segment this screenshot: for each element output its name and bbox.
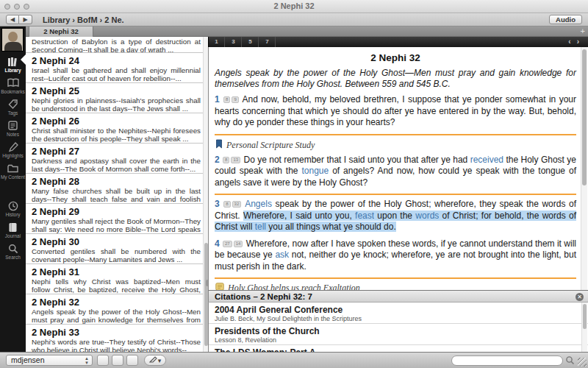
annotation-text: Personal Scripture Study bbox=[226, 140, 315, 151]
library-selection-arrow-icon bbox=[21, 54, 26, 65]
sidebar-item-highlights[interactable]: Highlights bbox=[0, 141, 26, 158]
forward-button[interactable]: ▶ bbox=[19, 15, 32, 24]
verse-nav-7[interactable]: 7 bbox=[259, 37, 276, 47]
citation-item[interactable]: 2004 April General ConferenceJulie B. Be… bbox=[209, 302, 588, 324]
user-account-select[interactable]: mdjensen ▲▼ bbox=[6, 355, 93, 366]
verse-number[interactable]: 3 bbox=[215, 199, 223, 209]
scripture-link[interactable]: tongue bbox=[301, 166, 329, 176]
scripture-link[interactable]: tell bbox=[255, 222, 266, 232]
window-title: 2 Nephi 32 bbox=[0, 1, 588, 10]
annotation-label[interactable]: Personal Scripture Study bbox=[215, 139, 576, 152]
chapter-list-item-2-nephi-32[interactable]: 2 Nephi 32Angels speak by the power of t… bbox=[26, 294, 208, 325]
chapter-list-item[interactable]: Destruction of Babylon is a type of dest… bbox=[26, 37, 208, 53]
notes-icon bbox=[8, 120, 18, 131]
chapter-list-item-2-nephi-33[interactable]: 2 Nephi 33Nephi's words are true--They t… bbox=[26, 325, 208, 352]
highlighted-text: you all things what ye should do. bbox=[266, 222, 396, 232]
scripture-link[interactable]: words bbox=[415, 210, 439, 221]
sidebar-item-label: Highlights bbox=[2, 153, 24, 158]
chapter-list-item-2-nephi-29[interactable]: 2 Nephi 29Many gentiles shall reject the… bbox=[26, 204, 208, 234]
sidebar-item-notes[interactable]: Notes bbox=[0, 120, 26, 137]
search-icon[interactable] bbox=[565, 355, 575, 365]
verse-nav-3[interactable]: 3 bbox=[226, 37, 242, 47]
footnote-badge[interactable]: 9 bbox=[232, 96, 238, 103]
sidebar-item-bookmarks[interactable]: Bookmarks bbox=[0, 77, 26, 94]
chapter-summary: Angels speak by the power of the Holy Gh… bbox=[215, 68, 576, 90]
tags-icon bbox=[8, 99, 18, 110]
sidebar-item-label: Search bbox=[5, 255, 21, 260]
chapter-item-summary: Many false churches shall be built up in… bbox=[32, 187, 201, 204]
chapter-item-title: 2 Nephi 25 bbox=[32, 85, 201, 96]
chapter-item-title: 2 Nephi 27 bbox=[32, 146, 201, 157]
audio-button[interactable]: Audio bbox=[549, 15, 582, 24]
citation-item[interactable]: The LDS Woman: Part A bbox=[209, 345, 588, 352]
reader-scrollbar[interactable] bbox=[581, 47, 587, 290]
chapter-item-title: 2 Nephi 28 bbox=[32, 176, 201, 187]
verse-number[interactable]: 1 bbox=[215, 94, 223, 105]
verse-nav-arrows[interactable]: ‹› bbox=[568, 37, 585, 46]
footnote-badge[interactable]: 8 bbox=[223, 96, 230, 103]
verse-3[interactable]: 3 832 Angels speak by the power of the H… bbox=[215, 199, 576, 233]
new-tab-button[interactable]: + bbox=[581, 26, 585, 36]
footnote-badge[interactable]: 13 bbox=[231, 157, 240, 163]
citations-title: Citations – 2 Nephi 32: 7 bbox=[215, 292, 312, 301]
resize-grip[interactable] bbox=[578, 358, 587, 367]
highlighted-text: upon the bbox=[374, 210, 415, 221]
font-size-large-button[interactable] bbox=[126, 355, 138, 366]
chapter-list-item-2-nephi-31[interactable]: 2 Nephi 31Nephi tells why Christ was bap… bbox=[26, 264, 208, 294]
sidebar-item-mycontent[interactable]: My Content bbox=[0, 163, 26, 180]
highlights-icon bbox=[8, 141, 18, 152]
font-size-small-button[interactable] bbox=[97, 355, 109, 366]
chapter-list-item-2-nephi-24[interactable]: 2 Nephi 24Israel shall be gathered and s… bbox=[26, 53, 208, 83]
chapter-list-item-2-nephi-25[interactable]: 2 Nephi 25Nephi glories in plainness--Is… bbox=[26, 83, 208, 113]
chapter-item-summary: Converted gentiles shall be numbered wit… bbox=[32, 247, 201, 263]
sidebar-item-search[interactable]: Search bbox=[0, 243, 26, 260]
chapter-item-summary: Many gentiles shall reject the Book of M… bbox=[32, 217, 201, 234]
chapter-item-summary: Nephi's words are true--They testify of … bbox=[32, 338, 201, 352]
chapter-list-item-2-nephi-27[interactable]: 2 Nephi 27Darkness and apostasy shall co… bbox=[26, 144, 208, 174]
font-size-medium-button[interactable] bbox=[112, 355, 123, 366]
verse-nav-5[interactable]: 5 bbox=[243, 37, 259, 47]
breadcrumb[interactable]: Library › BofM › 2 Ne. bbox=[43, 15, 124, 24]
verse-4[interactable]: 4 2714 Wherefore, now after I have spoke… bbox=[215, 238, 576, 273]
verse-2[interactable]: 2 813 Do ye not remember that I said unt… bbox=[215, 155, 576, 189]
sidebar-item-label: Notes bbox=[7, 132, 19, 137]
scripture-link[interactable]: Angels bbox=[245, 199, 272, 209]
annotation-label[interactable]: Holy Ghost helps us reach Exaltation bbox=[215, 283, 576, 290]
history-icon bbox=[8, 200, 18, 211]
back-button[interactable]: ◀ bbox=[6, 15, 19, 24]
footnote-badge[interactable]: 14 bbox=[234, 241, 243, 247]
bookmark-icon bbox=[215, 139, 223, 152]
chapter-list-item-2-nephi-30[interactable]: 2 Nephi 30Converted gentiles shall be nu… bbox=[26, 234, 208, 264]
sidebar-item-label: Journal bbox=[5, 233, 21, 238]
verse-number[interactable]: 4 bbox=[215, 238, 222, 249]
scripture-link[interactable]: feast bbox=[355, 210, 374, 221]
footnote-badge[interactable]: 27 bbox=[223, 241, 232, 247]
citation-title: 2004 April General Conference bbox=[215, 305, 581, 315]
select-stepper-icon: ▲▼ bbox=[85, 356, 89, 365]
verse-number[interactable]: 2 bbox=[215, 155, 222, 165]
annotation-divider bbox=[215, 134, 576, 135]
highlighter-style-button[interactable]: ▾ bbox=[144, 355, 166, 366]
footnote-badge[interactable]: 8 bbox=[223, 157, 229, 163]
verse-1[interactable]: 1 89 And now, behold, my beloved brethre… bbox=[215, 94, 576, 129]
search-input[interactable] bbox=[451, 355, 563, 366]
tab-2-nephi-32[interactable]: 2 Nephi 32 bbox=[29, 26, 93, 37]
sidebar-item-journal[interactable]: Journal bbox=[0, 222, 26, 238]
verses-container: 1 89 And now, behold, my beloved brethre… bbox=[215, 94, 576, 290]
tab-bar: 2 Nephi 32 + bbox=[26, 26, 588, 37]
footnote-badge[interactable]: 8 bbox=[223, 201, 230, 208]
citations-scrollbar[interactable] bbox=[581, 302, 587, 352]
verse-nav-1[interactable]: 1 bbox=[209, 37, 225, 47]
scripture-link[interactable]: received bbox=[470, 155, 503, 165]
user-avatar[interactable] bbox=[1, 28, 24, 52]
chapter-list-item-2-nephi-28[interactable]: 2 Nephi 28Many false churches shall be b… bbox=[26, 174, 208, 204]
citations-close-icon[interactable]: ✕ bbox=[576, 293, 584, 301]
chapter-list-item-2-nephi-26[interactable]: 2 Nephi 26Christ shall minister to the N… bbox=[26, 113, 208, 144]
scripture-link[interactable]: ask bbox=[275, 250, 289, 260]
citation-item[interactable]: Presidents of the ChurchLesson 8, Revela… bbox=[209, 324, 588, 345]
sidebar-item-tags[interactable]: Tags bbox=[0, 99, 26, 116]
chapter-list-scrollbar[interactable] bbox=[203, 37, 208, 352]
library-icon bbox=[7, 56, 18, 67]
sidebar-item-history[interactable]: History bbox=[0, 200, 26, 217]
footnote-badge[interactable]: 32 bbox=[232, 201, 242, 208]
